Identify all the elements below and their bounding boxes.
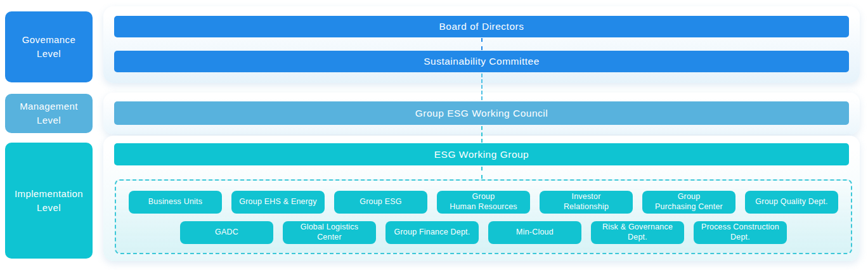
implementation-departments-box: Business Units Group EHS & Energy Group … — [115, 179, 852, 254]
group-esg-working-council-bar: Group ESG Working Council — [114, 101, 849, 125]
implementation-level-label: Implementation Level — [5, 143, 93, 259]
node-gadc: GADC — [180, 221, 273, 244]
node-group-finance-dept: Group Finance Dept. — [385, 221, 479, 244]
connector-board-to-committee — [481, 38, 483, 50]
implementation-panel: ESG Working Group Business Units Group E… — [103, 136, 860, 261]
node-global-logistics-center: Global Logistics Center — [283, 221, 376, 244]
node-group-human-resources: Group Human Resources — [437, 191, 530, 214]
node-min-cloud: Min-Cloud — [488, 221, 581, 244]
node-group-quality-dept: Group Quality Dept. — [745, 191, 838, 214]
node-risk-governance-dept: Risk & Governance Dept. — [591, 221, 684, 244]
connector-council-to-esg-group — [481, 126, 483, 143]
sustainability-committee-bar: Sustainability Committee — [114, 51, 849, 72]
connector-esg-group-to-departments — [481, 167, 483, 179]
node-group-esg: Group ESG — [334, 191, 427, 214]
board-of-directors-bar: Board of Directors — [114, 16, 849, 37]
node-group-purchasing-center: Group Purchasing Center — [642, 191, 735, 214]
node-group-ehs-energy: Group EHS & Energy — [231, 191, 325, 214]
node-business-units: Business Units — [129, 191, 222, 214]
connector-committee-to-council — [481, 74, 483, 100]
department-row-2: GADC Global Logistics Center Group Finan… — [116, 221, 851, 244]
node-investor-relationship: Investor Relationship — [540, 191, 633, 214]
management-level-label: Management Level — [5, 94, 93, 133]
esg-governance-structure-diagram: Govemance Level Management Level Impleme… — [0, 0, 868, 270]
node-process-construction-dept: Process Construction Dept. — [694, 221, 787, 244]
department-row-1: Business Units Group EHS & Energy Group … — [116, 191, 851, 214]
governance-level-label: Govemance Level — [5, 11, 93, 82]
esg-working-group-bar: ESG Working Group — [114, 143, 849, 165]
